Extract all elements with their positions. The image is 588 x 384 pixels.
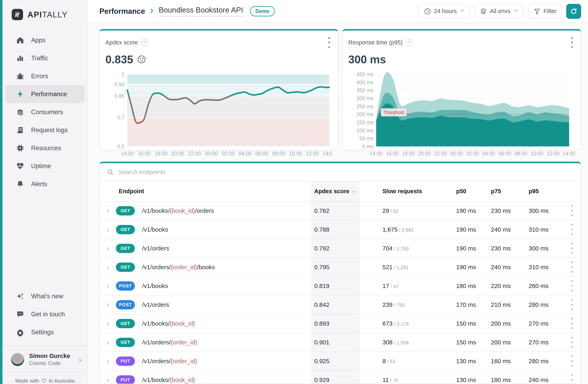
svg-text:20:00: 20:00 (171, 150, 184, 157)
app-logo[interactable]: APITALLY (2, 0, 87, 27)
breadcrumb-app-selector[interactable]: Boundless Bookstore API (159, 6, 243, 17)
endpoint-row[interactable]: ›PUT/v1/books/{book_id}0.92911 / 75130 m… (100, 371, 581, 384)
expand-chevron-icon[interactable]: › (100, 319, 116, 328)
p75-cell: 200 ms (491, 320, 525, 327)
column-header-apdex[interactable]: Apdex score ▲ (311, 181, 359, 201)
p95-cell: 240 ms (529, 377, 563, 384)
apdex-score-cell: 0.929 (311, 371, 359, 384)
svg-text:450 ms: 450 ms (357, 71, 373, 77)
column-header-p95[interactable]: p95 (529, 188, 563, 195)
apdex-score-cell: 0.925 (311, 352, 359, 370)
row-kebab-menu[interactable]: ••• (563, 316, 581, 331)
slow-requests-cell: 308 / 1,558 (378, 339, 443, 346)
p50-cell: 190 ms (456, 264, 491, 271)
expand-chevron-icon[interactable]: › (100, 263, 116, 272)
slow-total: / 75 (389, 378, 398, 383)
refresh-button[interactable] (566, 4, 581, 19)
endpoint-row[interactable]: ›GET/v1/books/{book_id}/orders0.76229 / … (100, 202, 581, 220)
sidebar-item-performance[interactable]: Performance (5, 85, 84, 103)
time-range-dropdown[interactable]: 24 hours (419, 4, 470, 19)
p95-cell: 270 ms (529, 339, 563, 346)
user-menu[interactable]: Simon Gurcke Cosmic Code › (2, 347, 87, 372)
slow-total: / 758 (393, 302, 405, 308)
row-kebab-menu[interactable]: ••• (563, 354, 581, 368)
expand-chevron-icon[interactable]: › (100, 357, 116, 366)
method-badge: GET (116, 206, 135, 215)
endpoint-row[interactable]: ›GET/v1/orders/{order_id}0.901308 / 1,55… (100, 333, 581, 352)
endpoint-row[interactable]: ›GET/v1/books0.7881,675 / 3,965190 ms240… (100, 220, 581, 239)
topbar-actions: 24 hours All envs Filter (419, 4, 581, 19)
endpoint-row[interactable]: ›POST/v1/orders0.842239 / 758170 ms210 m… (100, 295, 581, 314)
slow-count: 521 (382, 264, 393, 271)
clock-icon (424, 8, 431, 15)
slow-count: 673 (382, 320, 393, 327)
sidebar-item-request-logs[interactable]: Request logs (5, 121, 84, 139)
help-icon[interactable]: ? (406, 39, 413, 46)
column-header-slow-requests[interactable]: Slow requests (378, 188, 443, 195)
row-kebab-menu[interactable]: ••• (563, 222, 581, 237)
sidebar-item-alerts[interactable]: Alerts (5, 175, 84, 193)
svg-text:22:00: 22:00 (188, 150, 201, 157)
fingerprint-icon (16, 108, 25, 116)
search-input[interactable] (118, 169, 574, 175)
kebab-menu-icon[interactable]: ••• (569, 36, 575, 49)
kebab-menu-icon[interactable]: ••• (326, 36, 332, 49)
row-kebab-menu[interactable]: ••• (563, 335, 581, 349)
path-segment: /v1/books/ (142, 377, 170, 383)
row-kebab-menu[interactable]: ••• (563, 203, 581, 218)
p50-cell: 130 ms (456, 377, 491, 384)
svg-text:16:00: 16:00 (138, 150, 151, 157)
expand-chevron-icon[interactable]: › (100, 206, 116, 215)
search-icon (107, 168, 114, 176)
column-header-p75[interactable]: p75 (491, 188, 525, 195)
apdex-chart-wrap: 10.930.850.70.514:0016:0018:0020:0022:00… (105, 70, 332, 157)
endpoint-row[interactable]: ›GET/v1/books/{book_id}0.893673 / 3,1781… (100, 314, 581, 333)
row-kebab-menu[interactable]: ••• (563, 279, 581, 293)
row-kebab-menu[interactable]: ••• (563, 260, 581, 274)
slow-requests-cell: 521 / 1,281 (378, 264, 443, 271)
sidebar-item-label: Performance (31, 90, 67, 98)
endpoint-row[interactable]: ›PUT/v1/orders/{order_id}0.9258 / 53130 … (100, 352, 581, 371)
filter-label: Filter (544, 8, 556, 15)
layers-icon (480, 8, 487, 15)
sidebar-item-uptime[interactable]: Uptime (5, 157, 84, 175)
p75-cell: 230 ms (491, 245, 525, 252)
row-kebab-menu[interactable]: ••• (563, 297, 581, 312)
apdex-score-cell: 0.795 (311, 258, 359, 276)
row-kebab-menu[interactable]: ••• (563, 373, 581, 384)
endpoint-row[interactable]: ›POST/v1/books0.81917 / 47180 ms220 ms26… (100, 277, 581, 295)
apdex-card-header: Apdex score ? ••• (105, 36, 332, 49)
endpoint-row[interactable]: ›GET/v1/orders/{order_id}/books0.795521 … (100, 258, 581, 277)
env-dropdown[interactable]: All envs (475, 4, 524, 19)
sidebar-item-resources[interactable]: Resources (5, 139, 84, 157)
sidebar-item-get-in-touch[interactable]: Get in touch (5, 305, 84, 323)
expand-chevron-icon[interactable]: › (100, 338, 116, 347)
filter-button[interactable]: Filter (528, 4, 562, 19)
sidebar-item-settings[interactable]: Settings (5, 323, 84, 341)
p75-cell: 180 ms (491, 377, 525, 384)
sidebar-item-consumers[interactable]: Consumers (5, 103, 84, 121)
expand-chevron-icon[interactable]: › (100, 225, 116, 234)
sidebar-item-traffic[interactable]: Traffic (5, 49, 84, 67)
made-with-suffix: in Australia (49, 378, 75, 384)
p50-cell: 170 ms (456, 301, 491, 308)
method-badge: GET (116, 225, 135, 234)
sidebar-item-errors[interactable]: Errors (5, 67, 84, 85)
refresh-icon (570, 7, 578, 15)
p75-cell: 240 ms (491, 226, 525, 233)
sidebar-item-what-s-new[interactable]: What's new (5, 287, 84, 305)
expand-chevron-icon[interactable]: › (100, 244, 116, 253)
row-kebab-menu[interactable]: ••• (563, 241, 581, 255)
slow-total: / 1,281 (393, 265, 409, 270)
help-icon[interactable]: ? (141, 39, 148, 46)
table-header-row: Endpoint Apdex score ▲ Slow requests p50… (100, 181, 581, 202)
endpoint-row[interactable]: ›GET/v1/orders0.792704 / 1,700190 ms230 … (100, 239, 581, 258)
sidebar-item-apps[interactable]: Apps (5, 31, 84, 49)
app-logo-text: APITALLY (27, 10, 68, 19)
expand-chevron-icon[interactable]: › (100, 281, 116, 291)
endpoint-path: /v1/books (142, 283, 311, 289)
column-header-endpoint[interactable]: Endpoint (116, 188, 311, 195)
expand-chevron-icon[interactable]: › (100, 375, 116, 384)
expand-chevron-icon[interactable]: › (100, 300, 116, 309)
column-header-p50[interactable]: p50 (456, 188, 491, 195)
